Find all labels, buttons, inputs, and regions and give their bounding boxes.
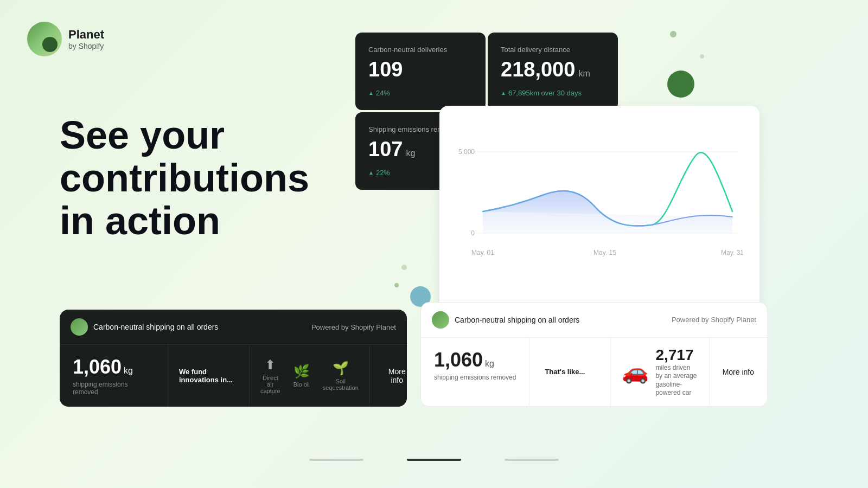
banner-icon-dac: ⬆ Direct air capture xyxy=(260,357,280,394)
progress-indicator xyxy=(309,459,559,461)
chart-panel: 5,000 0 May. 01 May. 15 May. 31 xyxy=(439,106,760,312)
banner-dark-header-left: Carbon-neutral shipping on all orders xyxy=(71,318,218,336)
progress-dot-1[interactable] xyxy=(309,459,363,461)
banner-dark-title: Carbon-neutral shipping on all orders xyxy=(93,323,218,331)
logo-area: Planet by Shopify xyxy=(27,22,104,56)
progress-dot-2[interactable] xyxy=(407,459,461,461)
stat-label-distance: Total delivery distance xyxy=(501,46,605,54)
svg-text:May. 31: May. 31 xyxy=(721,249,743,256)
banner-light-stat-label: shipping emissions removed xyxy=(434,374,516,381)
banner-icon-soil: 🌱 Soil sequestration xyxy=(323,361,359,391)
decorative-dot-3 xyxy=(667,70,694,98)
banner-dark-content: 1,060 kg shipping emissions removed We f… xyxy=(60,345,407,407)
banner-light-more-btn[interactable]: More info xyxy=(710,338,767,406)
hero-section: See your contributions in action xyxy=(60,114,309,243)
banner-dark-header: Carbon-neutral shipping on all orders Po… xyxy=(60,310,407,345)
stat-value-distance: 218,000 km xyxy=(501,58,605,81)
decorative-dot-1 xyxy=(670,31,676,37)
decorative-dot-5 xyxy=(394,283,399,287)
banner-icon-bio: 🌿 Bio oil xyxy=(293,364,310,388)
car-stat-label: miles driven by an average gasoline-powe… xyxy=(655,364,698,397)
banner-dark-fund-text: We fund innovations in... xyxy=(179,368,238,384)
stat-card-distance: Total delivery distance 218,000 km 67,89… xyxy=(488,33,618,110)
logo-text-group: Planet by Shopify xyxy=(68,28,104,50)
banner-light-powered: Powered by Shopify Planet xyxy=(672,316,756,324)
app-subtitle: by Shopify xyxy=(68,42,104,50)
stat-card-deliveries: Carbon-neutral deliveries 109 24% xyxy=(355,33,486,110)
svg-text:May. 01: May. 01 xyxy=(471,249,494,256)
banner-dark-icons: ⬆ Direct air capture 🌿 Bio oil 🌱 Soil se… xyxy=(250,345,370,407)
banner-dark-stat-value: 1,060 kg xyxy=(73,356,155,378)
banner-dark-more-btn[interactable]: More info xyxy=(370,345,407,407)
logo-icon xyxy=(27,22,62,56)
banner-dark-stat: 1,060 kg shipping emissions removed xyxy=(60,345,168,407)
banner-light-stat: 1,060 kg shipping emissions removed xyxy=(421,338,529,406)
hero-heading: See your contributions in action xyxy=(60,114,309,243)
banner-dark: Carbon-neutral shipping on all orders Po… xyxy=(60,310,407,407)
progress-dot-3[interactable] xyxy=(505,459,559,461)
banner-car-section: 🚗 2,717 miles driven by an average gasol… xyxy=(611,338,709,406)
banner-light-title: Carbon-neutral shipping on all orders xyxy=(455,316,579,324)
decorative-dot-4 xyxy=(401,265,407,270)
banner-light-header-left: Carbon-neutral shipping on all orders xyxy=(432,311,579,329)
banner-light-thats-like: That's like... xyxy=(529,338,611,406)
banner-icon-bio-label: Bio oil xyxy=(293,381,310,388)
banner-light-thats-text: That's like... xyxy=(545,368,595,376)
svg-text:0: 0 xyxy=(471,229,475,237)
banner-dark-fund: We fund innovations in... xyxy=(168,345,250,407)
car-stat-value: 2,717 xyxy=(655,346,698,364)
svg-text:May. 15: May. 15 xyxy=(593,249,616,256)
direct-air-capture-icon: ⬆ xyxy=(265,357,276,373)
stat-value-deliveries: 109 xyxy=(368,58,473,81)
banner-icon-dac-label: Direct air capture xyxy=(260,375,280,394)
car-icon: 🚗 xyxy=(622,359,649,384)
banner-light-stat-value: 1,060 kg xyxy=(434,349,516,371)
banner-dark-logo xyxy=(71,318,88,336)
banner-dark-stat-label: shipping emissions removed xyxy=(73,381,155,396)
banner-light: Carbon-neutral shipping on all orders Po… xyxy=(420,302,768,407)
app-name: Planet xyxy=(68,28,104,42)
banner-dark-powered: Powered by Shopify Planet xyxy=(311,323,396,331)
banner-light-logo xyxy=(432,311,449,329)
decorative-dot-2 xyxy=(700,54,704,59)
bio-oil-icon: 🌿 xyxy=(293,364,310,379)
stat-change-distance: 67,895km over 30 days xyxy=(501,89,605,97)
car-stat-group: 2,717 miles driven by an average gasolin… xyxy=(655,346,698,397)
banner-light-header: Carbon-neutral shipping on all orders Po… xyxy=(421,303,767,338)
stat-change-deliveries: 24% xyxy=(368,89,473,97)
svg-text:5,000: 5,000 xyxy=(458,148,475,156)
banner-icon-soil-label: Soil sequestration xyxy=(323,378,359,391)
line-chart: 5,000 0 May. 01 May. 15 May. 31 xyxy=(456,122,743,296)
banner-light-content: 1,060 kg shipping emissions removed That… xyxy=(421,338,767,406)
stat-label-deliveries: Carbon-neutral deliveries xyxy=(368,46,473,54)
soil-icon: 🌱 xyxy=(333,361,349,376)
